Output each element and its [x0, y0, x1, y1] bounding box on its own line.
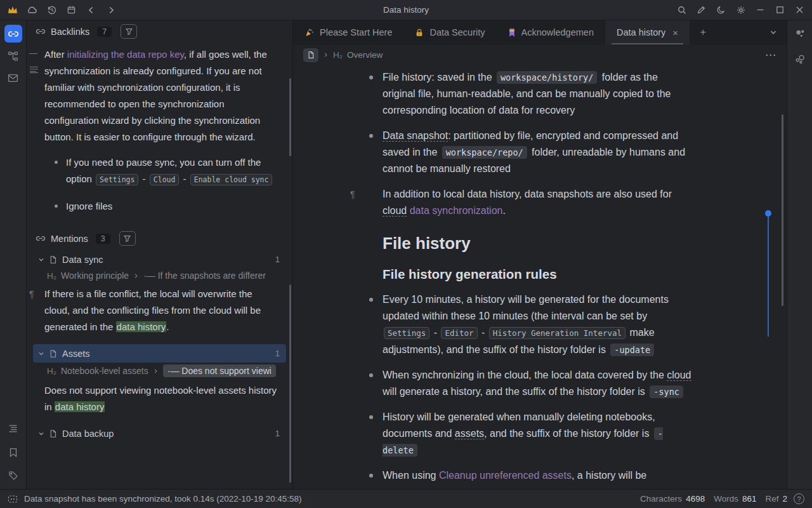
- tab-label: Data history: [617, 27, 665, 37]
- tab-label: Please Start Here: [320, 27, 392, 37]
- cloud-sync-icon[interactable]: [22, 3, 42, 18]
- mentions-count-badge: 3: [96, 234, 110, 244]
- statusbar-counters: Characters 4698 Words 861 Ref 2 ?: [640, 493, 804, 504]
- theme-moon-icon[interactable]: [711, 3, 731, 18]
- tab-list-caret-icon[interactable]: [760, 20, 787, 44]
- status-message: Data snapshot has been synchronized, too…: [24, 494, 302, 504]
- mention-doc-data-backup[interactable]: Data backup 1: [33, 424, 286, 443]
- doc-bullet-every-10-minutes[interactable]: Every 10 minutes, a history will be gene…: [383, 291, 691, 358]
- breadcrumb-document-icon[interactable]: [303, 48, 318, 62]
- window-maximize-icon[interactable]: [770, 3, 790, 18]
- dock-global-graph-icon[interactable]: [791, 51, 809, 69]
- breadcrumb-more-icon[interactable]: ⋯: [765, 48, 776, 62]
- gutter-list-icon[interactable]: [29, 66, 41, 74]
- mention-paragraph[interactable]: ¶ If there is a file conflict, the local…: [44, 286, 277, 335]
- breadcrumb-heading[interactable]: Overview: [347, 50, 383, 60]
- dock-inbox-icon[interactable]: [4, 69, 22, 87]
- tab-close-icon[interactable]: ×: [672, 27, 678, 38]
- dock-backlinks-icon[interactable]: [4, 25, 22, 43]
- inline-ref: Cleanup unreferenced assets: [439, 470, 572, 481]
- document-icon: [49, 429, 57, 438]
- new-tab-button[interactable]: +: [690, 20, 716, 44]
- tab-acknowledgements[interactable]: Acknowledgemen: [497, 20, 605, 44]
- doc-paragraph-cloud-sync[interactable]: ¶ In addition to local data history, dat…: [383, 186, 691, 219]
- doc-count: 1: [275, 255, 280, 264]
- document-icon: [49, 349, 57, 358]
- tab-data-history[interactable]: Data history ×: [605, 20, 690, 44]
- dock-outline-icon[interactable]: [4, 422, 22, 436]
- chevron-down-icon[interactable]: [38, 351, 44, 357]
- nav-forward-icon[interactable]: [101, 3, 121, 18]
- crumb-snippet: ·— If the snapshots are differer: [143, 271, 266, 281]
- inline-kbd: Settings: [384, 327, 429, 339]
- settings-gear-icon[interactable]: [731, 3, 750, 18]
- doc-bullet-cleanup-assets[interactable]: When using Cleanup unreferenced assets, …: [383, 467, 691, 484]
- dock-bookmark-icon[interactable]: [4, 445, 22, 459]
- paragraph-marker-icon: ¶: [29, 286, 34, 302]
- tab-label: Acknowledgemen: [521, 27, 594, 37]
- mentions-scrollbar[interactable]: [289, 284, 291, 483]
- tab-data-security[interactable]: Data Security: [403, 20, 496, 44]
- document-content[interactable]: File history: saved in the workspace/his…: [293, 65, 787, 489]
- mention-paragraph-text: If there is a file conflict, the local w…: [44, 288, 261, 332]
- backlinks-filter-button[interactable]: [121, 24, 137, 39]
- doc-bullet-data-snapshot[interactable]: Data snapshot: partitioned by file, encr…: [383, 128, 691, 177]
- chevron-right-icon: [153, 368, 159, 374]
- breadcrumb-heading-level: H₂: [333, 50, 343, 60]
- doc-count: 1: [275, 349, 280, 358]
- heading-generation-rules[interactable]: File history generation rules: [383, 265, 691, 284]
- edit-pencil-icon[interactable]: [691, 3, 711, 18]
- chevron-right-icon: [323, 52, 329, 58]
- dock-graph-icon[interactable]: [791, 25, 809, 43]
- crumb-snippet-selected[interactable]: ·— Does not support viewi: [163, 364, 276, 377]
- crumb-heading: Working principle: [61, 271, 129, 281]
- characters-value: 4698: [686, 494, 705, 504]
- doc-bullet-delete-history[interactable]: History will be generated when manually …: [383, 409, 691, 458]
- mentions-link-icon: [36, 235, 46, 242]
- ref-label: Ref: [765, 494, 778, 504]
- backlink-list-item[interactable]: Ignore files: [66, 198, 277, 215]
- calendar-icon[interactable]: [62, 3, 81, 18]
- inline-code: -update: [610, 344, 654, 356]
- doc-bullet-file-history[interactable]: File history: saved in the workspace/his…: [383, 69, 691, 119]
- gutter-dash-icon[interactable]: —: [29, 49, 41, 58]
- mention-paragraph[interactable]: Does not support viewing notebook-level …: [44, 382, 277, 415]
- help-icon[interactable]: ?: [794, 493, 804, 504]
- mentions-filter-button[interactable]: [119, 231, 136, 246]
- backlink-list-item[interactable]: If you need to pause sync, you can turn …: [66, 154, 277, 188]
- window-close-icon[interactable]: [790, 3, 809, 18]
- mention-crumb-notebook-level-assets[interactable]: H₂ Notebook-level assets ·— Does not sup…: [47, 364, 284, 377]
- list-gutter-icons[interactable]: —: [29, 49, 41, 74]
- dock-flow-graph-icon[interactable]: [4, 47, 22, 65]
- app-logo-crown-icon[interactable]: [3, 3, 22, 18]
- words-value: 861: [742, 494, 757, 504]
- party-popper-icon: [304, 28, 314, 37]
- editor-scrollbar[interactable]: [782, 114, 783, 306]
- window-minimize-icon[interactable]: [750, 3, 770, 18]
- search-icon[interactable]: [672, 3, 691, 18]
- backlink-paragraph[interactable]: After initializing the data repo key, if…: [44, 46, 277, 145]
- backlinks-title: Backlinks: [51, 27, 89, 37]
- chevron-down-icon[interactable]: [38, 257, 44, 263]
- mention-crumb-working-principle[interactable]: H₂ Working principle ·— If the snapshots…: [47, 271, 284, 281]
- editor-region: Please Start Here Data Security Acknowle…: [293, 20, 787, 489]
- left-dock-bottom: [0, 422, 26, 483]
- doc-count: 1: [275, 429, 280, 438]
- chevron-down-icon[interactable]: [38, 431, 44, 437]
- mention-doc-assets[interactable]: Assets 1: [33, 344, 286, 363]
- inline-kbd: Editor: [441, 327, 477, 339]
- backlinks-scrollbar[interactable]: [289, 78, 291, 156]
- nav-back-icon[interactable]: [81, 3, 101, 18]
- history-icon[interactable]: [42, 3, 62, 18]
- doc-bullet-sync-history[interactable]: When synchronizing in the cloud, the loc…: [383, 367, 691, 400]
- dock-tag-icon[interactable]: [4, 469, 22, 483]
- crumb-heading: Notebook-level assets: [61, 366, 148, 376]
- backlinks-content: After initializing the data repo key, if…: [27, 43, 292, 227]
- backlink-list: If you need to pause sync, you can turn …: [44, 154, 277, 215]
- inline-code: workspace/history/: [497, 71, 597, 84]
- mention-doc-data-sync[interactable]: Data sync 1: [33, 250, 286, 269]
- select-area-icon[interactable]: [8, 495, 18, 504]
- doc-label: Assets: [62, 349, 90, 359]
- tab-please-start-here[interactable]: Please Start Here: [293, 20, 403, 44]
- heading-file-history[interactable]: File history: [383, 232, 691, 255]
